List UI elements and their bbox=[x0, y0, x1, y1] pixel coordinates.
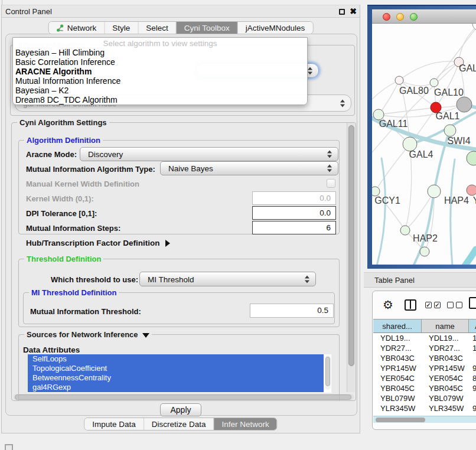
tab-select[interactable]: Select bbox=[138, 22, 177, 34]
network-edge[interactable] bbox=[399, 80, 434, 86]
table-row[interactable]: YDL19...YDL19...13 bbox=[373, 333, 476, 343]
split-columns-icon[interactable] bbox=[405, 299, 416, 311]
table-row[interactable]: YER054CYER054C8. bbox=[373, 373, 476, 383]
aracne-mode-combobox[interactable]: Discovery bbox=[80, 147, 338, 161]
file-icon[interactable] bbox=[469, 297, 476, 309]
close-traffic-light-icon[interactable] bbox=[383, 13, 390, 21]
table-row[interactable]: YBR045CYBR045C9. bbox=[373, 383, 476, 393]
select-all-icon[interactable]: ✓ bbox=[425, 302, 432, 308]
float-panel-icon[interactable] bbox=[339, 9, 345, 15]
table-cell: 9. bbox=[469, 383, 476, 393]
table-hscroll-thumb[interactable] bbox=[376, 418, 425, 422]
dropdown-item-bayesian-k2[interactable]: Bayesian – K2 bbox=[13, 86, 307, 95]
table-cell: YDR27... bbox=[422, 343, 469, 353]
mi-steps-field[interactable]: 6 bbox=[252, 221, 336, 234]
network-edge[interactable] bbox=[377, 158, 385, 265]
network-graph[interactable]: GALGAL80GAL10GAL1GAL11SWI4GAL4GCY1HAP4YH… bbox=[372, 24, 476, 265]
node-bottom[interactable] bbox=[420, 247, 429, 256]
kernel-width-field[interactable]: 0.0 bbox=[252, 191, 336, 205]
tab-style[interactable]: Style bbox=[105, 22, 138, 34]
table-cell: YBL079W bbox=[422, 393, 469, 403]
dpi-tolerance-label: DPI Tolerance [0,1]: bbox=[26, 209, 97, 218]
node-GAL10[interactable] bbox=[430, 79, 438, 87]
node-gray[interactable] bbox=[457, 97, 472, 112]
tab-jactivemnodules[interactable]: jActiveMNodules bbox=[238, 22, 313, 34]
tab-impute-data[interactable]: Impute Data bbox=[84, 418, 144, 430]
table-row[interactable]: YLR345WYLR345W9. bbox=[373, 403, 476, 413]
dropdown-item-bayesian-hill-climbing[interactable]: Bayesian – Hill Climbing bbox=[13, 48, 307, 57]
node-green-right[interactable] bbox=[467, 151, 476, 165]
tab-network[interactable]: Network bbox=[49, 22, 105, 34]
node-GCY1[interactable] bbox=[372, 187, 380, 196]
node-HAP2[interactable] bbox=[400, 226, 410, 235]
manual-kernel-checkbox[interactable] bbox=[327, 179, 335, 188]
node-GAL80[interactable] bbox=[395, 76, 403, 84]
sources-group-title: Sources for Network Inference bbox=[27, 330, 138, 339]
combo-arrows-icon bbox=[327, 151, 332, 158]
dropdown-item-dream8-dc-tdc-algorithm[interactable]: Dream8 DC_TDC Algorithm bbox=[13, 95, 307, 105]
close-icon[interactable]: ✖ bbox=[350, 6, 357, 16]
table-cell: YBR043C bbox=[373, 353, 422, 363]
table-cell: YDL19... bbox=[422, 333, 469, 343]
which-threshold-label: Which threshold to use: bbox=[51, 275, 138, 284]
node-Y-pink[interactable] bbox=[467, 185, 476, 195]
collapsed-panel-icon[interactable] bbox=[5, 444, 13, 450]
settings-vertical-scrollbar[interactable] bbox=[347, 123, 355, 392]
network-edge[interactable] bbox=[459, 24, 476, 62]
select-all-icon-2[interactable]: ✓ bbox=[434, 302, 441, 308]
column-header-1[interactable]: shared... bbox=[373, 319, 422, 333]
deselect-all-icon[interactable] bbox=[447, 302, 454, 308]
settings-scroll-thumb[interactable] bbox=[348, 125, 354, 366]
tab-label: Discretize Data bbox=[152, 420, 206, 429]
network-edge[interactable] bbox=[465, 249, 476, 265]
deselect-all-icon-2[interactable] bbox=[456, 302, 462, 308]
table-cell: YDL19... bbox=[373, 333, 422, 343]
table-cell: YER054C bbox=[422, 373, 469, 383]
minimize-traffic-light-icon[interactable] bbox=[396, 13, 404, 21]
dropdown-items: Bayesian – Hill ClimbingBasic Correlatio… bbox=[13, 48, 307, 105]
network-edge[interactable] bbox=[375, 144, 410, 191]
tab-label: Infer Network bbox=[221, 420, 269, 429]
zoom-traffic-light-icon[interactable] bbox=[410, 13, 418, 21]
tab-discretize-data[interactable]: Discretize Data bbox=[144, 418, 214, 430]
table-cell: 9. bbox=[469, 403, 476, 413]
node-label-HAP2: HAP2 bbox=[413, 233, 438, 243]
table-cell: YPR145W bbox=[422, 363, 469, 373]
combo-arrows-icon bbox=[308, 67, 313, 74]
network-edge[interactable] bbox=[372, 80, 399, 99]
algorithm-dropdown-list: Select algorithm to view settings Bayesi… bbox=[12, 37, 308, 105]
tab-infer-network[interactable]: Infer Network bbox=[214, 418, 276, 430]
apply-button[interactable]: Apply bbox=[160, 403, 201, 416]
sources-group-toggle[interactable]: Sources for Network Inference bbox=[24, 330, 152, 339]
which-threshold-combobox[interactable]: MI Threshold bbox=[139, 272, 316, 286]
tab-cyni-toolbox[interactable]: Cyni Toolbox bbox=[177, 22, 238, 34]
combo-arrows-icon bbox=[305, 275, 310, 283]
table-row[interactable]: YPR145WYPR145W9. bbox=[373, 363, 476, 373]
aracne-mode-label: Aracne Mode: bbox=[26, 150, 77, 159]
table-row[interactable]: YBR043CYBR043C bbox=[373, 353, 476, 363]
network-edge[interactable] bbox=[379, 107, 436, 115]
column-header-3[interactable]: A bbox=[469, 319, 476, 333]
table-cell bbox=[469, 393, 476, 403]
network-edge[interactable] bbox=[399, 61, 459, 80]
network-canvas[interactable]: GALGAL80GAL10GAL1GAL11SWI4GAL4GCY1HAP4YH… bbox=[372, 24, 476, 265]
table-panel-titlebar: Table Panel bbox=[364, 272, 476, 288]
table-toolbar: ⚙ ✓ ✓ bbox=[372, 295, 476, 317]
column-header-2[interactable]: name bbox=[422, 319, 469, 333]
hub-definition-toggle[interactable]: Hub/Transcription Factor Definition bbox=[26, 239, 170, 247]
table-row[interactable]: YDR27...YDR27...12 bbox=[373, 343, 476, 353]
gear-icon[interactable]: ⚙ bbox=[383, 298, 393, 312]
node-HAP4[interactable] bbox=[428, 185, 441, 198]
dropdown-item-mutual-information-inference[interactable]: Mutual Information Inference bbox=[13, 76, 307, 86]
table-row[interactable]: YBL079WYBL079W bbox=[373, 393, 476, 403]
network-edge[interactable] bbox=[451, 159, 455, 265]
node-label-GCY1: GCY1 bbox=[374, 195, 400, 206]
mi-algorithm-type-combobox[interactable]: Naive Bayes bbox=[160, 161, 338, 175]
dropdown-item-basic-correlation-inference[interactable]: Basic Correlation Inference bbox=[13, 57, 307, 67]
node-SWI4[interactable] bbox=[444, 125, 456, 136]
tab-label: jActiveMNodules bbox=[246, 24, 305, 32]
dropdown-item-aracne-algorithm[interactable]: ARACNE Algorithm bbox=[13, 67, 307, 76]
mi-threshold-field[interactable]: 0.5 bbox=[250, 304, 334, 318]
table-horizontal-scrollbar[interactable] bbox=[373, 416, 476, 423]
dpi-tolerance-field[interactable]: 0.0 bbox=[252, 206, 336, 220]
